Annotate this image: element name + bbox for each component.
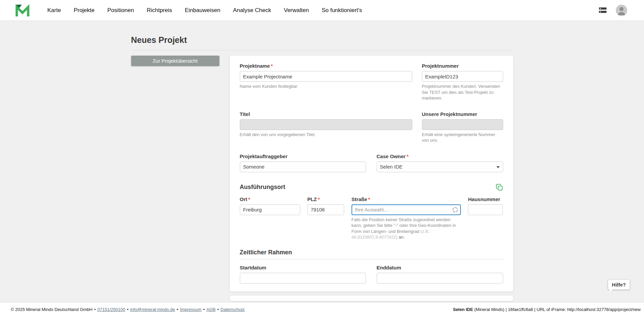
zeitlicher-rahmen-heading: Zeitlicher Rahmen <box>240 249 503 256</box>
copy-icon[interactable] <box>496 184 503 191</box>
projektnummer-helper: Projektnummer des Kunden. Verwenden Sie … <box>422 83 503 101</box>
projektname-label: Projektname* <box>240 63 412 69</box>
unsere-projektnummer-label: Unsere Projektnummer <box>422 111 503 117</box>
required-asterisk: * <box>407 153 409 159</box>
loading-spinner-icon <box>452 207 458 213</box>
copyright-text: © 2025 Mineral Minds Deutschland GmbH <box>11 307 93 312</box>
help-button[interactable]: Hilfe? <box>608 280 630 290</box>
chevron-down-icon <box>496 166 500 168</box>
next-card-partial <box>230 296 513 301</box>
server-icon[interactable] <box>598 5 608 15</box>
hausnummer-input[interactable] <box>468 204 503 215</box>
footer-bar: © 2025 Mineral Minds Deutschland GmbH • … <box>0 303 644 316</box>
nav-item-so-funktionierts[interactable]: So funktioniert's <box>322 7 362 14</box>
startdatum-input[interactable] <box>240 273 366 283</box>
logo-m-icon <box>15 3 30 18</box>
plz-input[interactable] <box>307 204 344 215</box>
unsere-projektnummer-helper: Erhält eine systemgenerierte Nummer von … <box>422 132 503 143</box>
projektauftraggeber-label: Projektauftraggeber <box>240 153 366 159</box>
plz-label: PLZ* <box>307 196 344 202</box>
case-owner-label: Case Owner* <box>377 153 503 159</box>
top-nav-bar: Karte Projekte Positionen Richtpreis Ein… <box>0 0 644 20</box>
required-asterisk: * <box>318 196 320 202</box>
new-project-form-card: Projektname* Name vom Kunden festlegbar … <box>230 56 513 292</box>
main-area: Neues Projekt Zur Projektübersicht Proje… <box>0 20 644 303</box>
nav-right-icons <box>598 5 627 16</box>
brand-logo[interactable] <box>15 3 30 18</box>
strasse-label: Straße* <box>352 196 461 202</box>
bullet-separator: • <box>203 307 205 312</box>
titel-helper: Erhält den von uns vorgegebenen Titel. <box>240 132 412 138</box>
user-avatar[interactable] <box>616 5 627 16</box>
nav-item-einbauweisen[interactable]: Einbauweisen <box>185 7 220 14</box>
footer-link-email[interactable]: info@mineral-minds.de <box>130 307 175 312</box>
zeitlicher-rahmen-divider <box>240 259 503 259</box>
projektname-helper: Name vom Kunden festlegbar <box>240 83 412 89</box>
case-owner-select[interactable]: Selen IDE <box>377 162 503 172</box>
enddatum-label: Enddatum <box>377 265 503 270</box>
projektnummer-label: Projektnummer <box>422 63 503 69</box>
footer-session-detail: (Mineral Minds) | 16fae1ffc6a6 | URL of … <box>473 307 641 312</box>
unsere-projektnummer-input <box>422 119 503 130</box>
main-nav: Karte Projekte Positionen Richtpreis Ein… <box>47 7 362 14</box>
nav-item-verwalten[interactable]: Verwalten <box>284 7 309 14</box>
startdatum-label: Startdatum <box>240 265 366 270</box>
ausfuehrungsort-heading: Ausführungsort <box>240 184 285 191</box>
strasse-input[interactable] <box>352 204 461 215</box>
nav-item-projekte[interactable]: Projekte <box>74 7 95 14</box>
ort-input[interactable] <box>240 204 300 215</box>
strasse-helper: Falls die Position keiner Straße zugeord… <box>352 217 461 240</box>
required-asterisk: * <box>248 196 250 202</box>
bullet-separator: • <box>177 307 178 312</box>
nav-item-richtpreis[interactable]: Richtpreis <box>147 7 172 14</box>
titel-label: Titel <box>240 111 412 117</box>
bullet-separator: • <box>127 307 128 312</box>
ort-label: Ort* <box>240 196 300 202</box>
page-title: Neues Projekt <box>131 35 513 45</box>
bullet-separator: • <box>94 307 96 312</box>
bullet-separator: • <box>217 307 219 312</box>
help-button-label: Hilfe? <box>612 282 626 288</box>
nav-item-analyse-check[interactable]: Analyse Check <box>233 7 271 14</box>
footer-session-info: Selen IDE (Mineral Minds) | 16fae1ffc6a6… <box>453 307 641 312</box>
footer-user: Selen IDE <box>453 307 473 312</box>
required-asterisk: * <box>271 63 273 69</box>
footer-link-agb[interactable]: AGB <box>206 307 215 312</box>
back-to-project-overview-button[interactable]: Zur Projektübersicht <box>131 56 219 66</box>
projektname-input[interactable] <box>240 71 412 82</box>
footer-link-phone[interactable]: 07151/250100 <box>97 307 125 312</box>
title-divider <box>131 50 513 50</box>
projektauftraggeber-input[interactable] <box>240 162 366 172</box>
case-owner-value: Selen IDE <box>380 164 403 170</box>
required-asterisk: * <box>368 196 370 202</box>
projektnummer-input[interactable] <box>422 71 503 82</box>
enddatum-input[interactable] <box>377 273 503 283</box>
hausnummer-label: Hausnummer <box>468 196 503 202</box>
person-icon <box>616 5 627 16</box>
titel-input <box>240 119 412 130</box>
nav-item-positionen[interactable]: Positionen <box>107 7 134 14</box>
footer-left: © 2025 Mineral Minds Deutschland GmbH • … <box>11 307 245 312</box>
footer-link-impressum[interactable]: Impressum <box>180 307 201 312</box>
nav-item-karte[interactable]: Karte <box>47 7 61 14</box>
footer-link-datenschutz[interactable]: Datenschutz <box>220 307 245 312</box>
